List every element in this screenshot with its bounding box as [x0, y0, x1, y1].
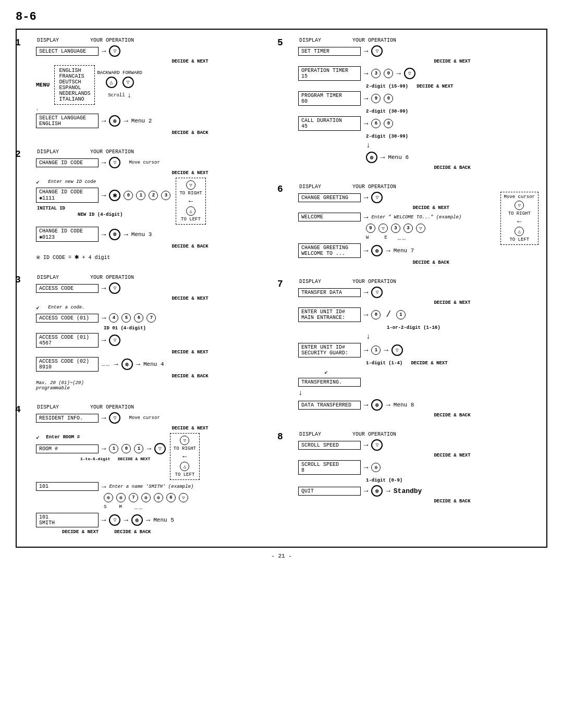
arrow-down-7: ↓: [366, 332, 370, 341]
btn-7[interactable]: 7: [146, 313, 156, 323]
btn-up-cursor-4[interactable]: △: [180, 462, 189, 471]
btn-decide-next-1[interactable]: ▽: [109, 45, 120, 57]
w-label: W: [366, 235, 369, 241]
btn-s5[interactable]: ⊙: [154, 493, 163, 502]
btn-s4[interactable]: ⊙: [141, 493, 151, 502]
btn-decide-back-8[interactable]: ⊗: [371, 485, 383, 497]
btn-decide-next-7[interactable]: ▽: [371, 287, 383, 298]
display-room-hash: ROOM #: [36, 445, 99, 453]
btn-backward[interactable]: △: [106, 77, 117, 88]
btn-s3[interactable]: 7: [129, 493, 138, 502]
display-header-2: DISPLAY: [37, 149, 59, 155]
display-call-duration: CALL DURATION45: [298, 116, 361, 131]
btn-down-cursor[interactable]: ▽: [186, 180, 195, 190]
btn-1[interactable]: 1: [136, 191, 145, 200]
btn-0b[interactable]: 0: [121, 444, 131, 453]
digit-label-7a: 1-or-2-digit (1-16): [387, 325, 440, 330]
btn-6a[interactable]: 6: [371, 119, 381, 128]
btn-forward[interactable]: ▽: [123, 77, 134, 88]
btn-dn[interactable]: ▽: [378, 224, 388, 233]
menu-2-label: Menu 2: [131, 118, 152, 124]
arrow-10: →: [102, 336, 106, 344]
enter-new-id-label: Enter new ID code: [48, 179, 96, 184]
lang-english: ENGLISH: [59, 68, 90, 73]
btn-6[interactable]: 6: [134, 313, 143, 323]
section-3-headers: DISPLAY YOUR OPERATION: [37, 275, 276, 280]
btn-3a[interactable]: 3: [371, 69, 381, 78]
btn-0c[interactable]: 0: [384, 69, 393, 78]
btn-decide-next-6[interactable]: ▽: [371, 192, 383, 203]
btn-decide-next-5[interactable]: ▽: [371, 45, 383, 57]
btn-decide-back-5[interactable]: ⊗: [366, 152, 377, 163]
display-unit-id-sec: ENTER UNIT ID#SECURITY GUARD:: [298, 343, 361, 357]
section-num-1: 1: [15, 38, 21, 48]
btn-1c[interactable]: 1: [134, 444, 143, 453]
display-header-3: DISPLAY: [37, 275, 59, 280]
operation-header-5: YOUR OPERATION: [352, 38, 396, 43]
btn-decide-next-3b[interactable]: ▽: [109, 335, 120, 346]
btn-decide-back-4[interactable]: ⊗: [131, 514, 143, 526]
btn-3c[interactable]: 3: [403, 224, 413, 233]
btn-3[interactable]: 3: [161, 191, 170, 200]
btn-2[interactable]: 2: [149, 191, 158, 200]
btn-decide-next-8[interactable]: ▽: [371, 439, 383, 451]
row-transferring: ↙ TRANSFERRING.: [298, 368, 538, 387]
btn-decide-next-4b[interactable]: ▽: [154, 443, 166, 454]
btn-dn2[interactable]: ▽: [416, 224, 425, 233]
btn-decide-next-2[interactable]: ▽: [109, 157, 120, 168]
arrow-15: →: [146, 445, 151, 453]
btn-0[interactable]: 0: [124, 191, 133, 200]
btn-1e[interactable]: 1: [371, 346, 381, 355]
display-header-1: DISPLAY: [37, 38, 59, 43]
btn-star[interactable]: ✱: [109, 190, 120, 201]
menu-6-label: Menu 6: [388, 154, 409, 161]
btn-0d[interactable]: 0: [384, 94, 393, 103]
row-resident-info: RESIDENT INFO. → ▽ Move cursor: [36, 412, 276, 424]
btn-9b[interactable]: 9: [366, 224, 375, 233]
enter-welcome-label: Enter " WELCOME TO..." (example): [371, 215, 461, 220]
main-content: 1 DISPLAY YOUR OPERATION SELECT LANGUAGE…: [16, 29, 547, 548]
btn-3b[interactable]: 3: [391, 224, 400, 233]
btn-s7[interactable]: ▽: [179, 493, 188, 502]
btn-s1[interactable]: ⊙: [104, 493, 113, 502]
btn-scroll-digit[interactable]: ⊙: [371, 463, 381, 472]
btn-decide-next-5b[interactable]: ▽: [404, 68, 415, 79]
btn-down-cursor-4[interactable]: ▽: [180, 436, 189, 445]
row-call-duration: CALL DURATION45 → 6 0 2-digit (30-99): [298, 116, 538, 139]
btn-decide-back-3[interactable]: ⊗: [121, 359, 133, 370]
btn-decide-next-4[interactable]: ▽: [109, 412, 120, 424]
display-access-4567: ACCESS CODE (01)4567: [36, 333, 99, 348]
btn-up-cursor-6[interactable]: △: [515, 227, 524, 236]
btn-decide-back-1[interactable]: ⊗: [109, 115, 120, 127]
row-enter-unit-id-main: ENTER UNIT ID#MAIN ENTRANCE: → 0 / 1 1-o…: [298, 307, 538, 330]
display-op-timer: OPERATION TIMER15: [298, 66, 361, 81]
btn-s6[interactable]: 6: [166, 493, 176, 502]
btn-5[interactable]: 5: [121, 313, 131, 323]
btn-1d[interactable]: 1: [396, 310, 406, 319]
btn-s2[interactable]: ⊙: [116, 493, 126, 502]
arrow-1: →: [102, 47, 106, 55]
btn-down-cursor-6[interactable]: ▽: [515, 201, 524, 210]
btn-decide-back-6[interactable]: ⊗: [371, 245, 383, 256]
display-header-4: DISPLAY: [37, 404, 59, 410]
btn-up-cursor[interactable]: △: [186, 206, 195, 216]
arrow-35: →: [386, 401, 390, 409]
arrow-33: →: [384, 346, 388, 354]
btn-decide-next-4c[interactable]: ▽: [109, 514, 120, 526]
row-quit: QUIT → ⊗ → Standby: [298, 485, 538, 497]
btn-decide-back-2[interactable]: ⊗: [109, 229, 120, 240]
display-select-language: SELECT LANGUAGE: [36, 47, 99, 56]
btn-4[interactable]: 4: [109, 313, 118, 323]
btn-decide-back-7[interactable]: ⊗: [371, 399, 383, 411]
btn-0e[interactable]: 0: [384, 119, 393, 128]
btn-1b[interactable]: 1: [109, 444, 118, 453]
menu-4-label: Menu 4: [143, 361, 164, 367]
btn-0f[interactable]: 0: [371, 310, 381, 319]
row-room-num: ↙ Enter ROOM # ROOM # → 1 0 1 → ▽ 1-t: [36, 433, 276, 480]
move-cursor-label-4: Move cursor: [129, 415, 160, 421]
btn-decide-next-3[interactable]: ▽: [109, 282, 120, 294]
btn-9a[interactable]: 9: [371, 94, 381, 103]
section-2-headers: DISPLAY YOUR OPERATION: [37, 149, 276, 155]
arrow-14: →: [102, 445, 106, 453]
btn-decide-next-7b[interactable]: ▽: [391, 344, 403, 356]
